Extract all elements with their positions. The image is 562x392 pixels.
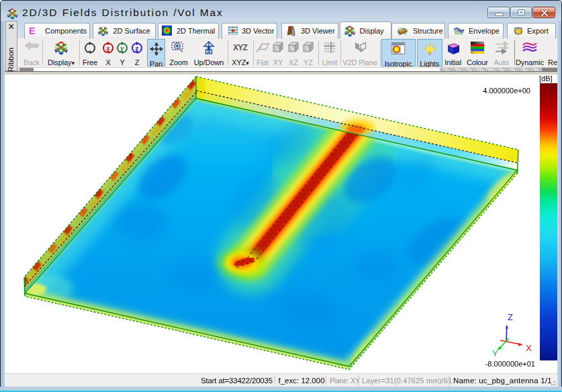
svg-text:E: E [29, 26, 35, 36]
svg-text:X: X [291, 48, 294, 52]
svg-text:x: x [105, 44, 110, 52]
svg-text:XYZ: XYZ [233, 43, 247, 52]
svg-text:Y: Y [306, 48, 309, 52]
svg-text:Z: Z [508, 312, 513, 322]
svg-text:X: X [526, 343, 532, 353]
svg-text:y: y [120, 44, 124, 52]
svg-text:Y: Y [492, 348, 498, 358]
svg-text:X: X [276, 48, 279, 52]
svg-text:z: z [135, 44, 139, 52]
